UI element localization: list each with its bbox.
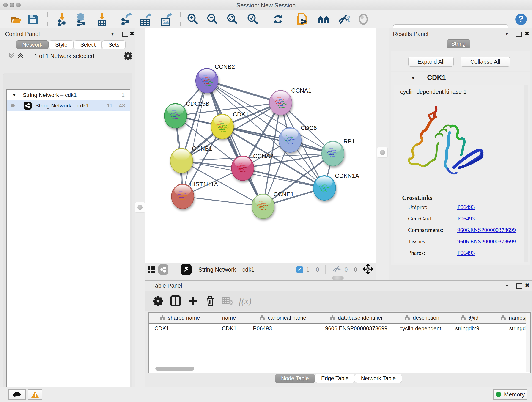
column-header--id[interactable]: @id xyxy=(450,313,489,323)
node-CCNE1[interactable]: CCNE1 xyxy=(252,191,294,219)
memory-button[interactable]: Memory xyxy=(493,389,527,400)
export-network-icon[interactable] xyxy=(120,13,133,26)
expand-all-button[interactable]: Expand All xyxy=(408,57,454,67)
show-preview-icon[interactable] xyxy=(357,13,370,26)
control-panel-close-icon[interactable]: ✖ xyxy=(130,30,134,37)
home-icon[interactable] xyxy=(317,13,330,26)
import-network-file-icon[interactable] xyxy=(56,13,69,26)
crosslink-link[interactable]: 9606.ENSP00000378699 xyxy=(457,238,516,245)
export-image-icon[interactable] xyxy=(159,13,172,26)
network-options-gear-icon[interactable] xyxy=(124,51,133,61)
results-scrollbar[interactable] xyxy=(524,85,528,262)
open-session-icon[interactable] xyxy=(10,13,23,26)
zoom-selected-icon[interactable] xyxy=(246,13,259,26)
node-CCNA1[interactable]: CCNA1 xyxy=(269,87,311,115)
column-header-canonical-name[interactable]: canonical name xyxy=(247,313,318,323)
right-splitter-handle[interactable] xyxy=(377,147,388,158)
tab-node-table[interactable]: Node Table xyxy=(275,374,315,383)
node-CCNA2[interactable]: CCNA2 xyxy=(231,153,273,181)
cell-name[interactable]: CDK1 xyxy=(211,325,247,332)
export-table-icon[interactable] xyxy=(139,13,152,26)
table-row[interactable]: CDK1CDK1P064939606.ENSP00000378699cyclin… xyxy=(149,324,530,333)
cell--id[interactable]: stringdb:9... xyxy=(450,325,489,332)
node-CDKN1A[interactable]: CDKN1A xyxy=(313,172,359,200)
node-RB1[interactable]: RB1 xyxy=(322,138,355,166)
delete-column-icon[interactable] xyxy=(202,294,219,308)
cell-namespace[interactable]: stringdb xyxy=(489,325,531,332)
zoom-fit-icon[interactable] xyxy=(226,13,239,26)
open-session-file-icon[interactable] xyxy=(297,13,309,26)
left-splitter[interactable] xyxy=(135,28,145,387)
collapse-all-networks-icon[interactable] xyxy=(8,52,15,60)
table-panel-collapse-icon[interactable]: ▾ xyxy=(506,283,508,288)
cell-description[interactable]: cyclin-dependent ... xyxy=(394,325,450,332)
collapse-all-button[interactable]: Collapse All xyxy=(461,57,510,67)
results-panel-close-icon[interactable]: ✖ xyxy=(525,30,529,37)
network-tree-child-row[interactable]: String Network – cdk1 11 48 xyxy=(7,100,130,111)
column-header-namespace[interactable]: namespace xyxy=(489,313,531,323)
crosslink-link[interactable]: 9606.ENSP00000378699 xyxy=(457,227,516,233)
tab-edge-table[interactable]: Edge Table xyxy=(315,374,355,383)
section-collapse-icon[interactable]: ▼ xyxy=(411,75,416,81)
zoom-in-icon[interactable] xyxy=(186,13,199,26)
table-panel-close-icon[interactable]: ✖ xyxy=(525,282,530,288)
cloud-button[interactable] xyxy=(8,389,26,400)
import-network-database-icon[interactable] xyxy=(75,13,88,26)
results-panel-float-icon[interactable] xyxy=(516,32,522,37)
right-splitter[interactable] xyxy=(376,28,389,280)
import-table-file-icon[interactable] xyxy=(96,13,109,26)
add-column-icon[interactable] xyxy=(184,294,202,308)
table-panel-float-icon[interactable] xyxy=(516,283,522,289)
node-CCNB2[interactable]: CCNB2 xyxy=(196,63,235,93)
network-tree-root-row[interactable]: ▼ String Network – cdk1 1 xyxy=(7,90,130,100)
network-share-view-icon[interactable] xyxy=(158,264,168,274)
refresh-icon[interactable] xyxy=(272,13,285,26)
table-vertical-scrollbar[interactable] xyxy=(526,313,530,372)
tab-string[interactable]: String xyxy=(447,39,470,48)
table-horizontal-scrollbar[interactable] xyxy=(155,367,194,370)
fit-content-crosshair-icon[interactable] xyxy=(363,264,373,275)
delete-table-icon[interactable] xyxy=(219,294,236,308)
save-session-icon[interactable] xyxy=(27,13,39,26)
edge-CCNB2-HIST1H1A[interactable] xyxy=(183,81,207,196)
control-panel-float-icon[interactable] xyxy=(122,32,128,37)
node-CCNB1[interactable]: CCNB1 xyxy=(170,145,212,173)
crosslink-link[interactable]: P06493 xyxy=(457,216,475,222)
horizontal-splitter-handle[interactable] xyxy=(332,276,344,280)
column-header-shared-name[interactable]: shared name xyxy=(149,313,211,323)
cell-canonical-name[interactable]: P06493 xyxy=(247,325,318,332)
hidden-eye-icon[interactable] xyxy=(332,265,341,274)
control-panel-collapse-icon[interactable]: ▾ xyxy=(111,31,114,37)
left-splitter-handle[interactable] xyxy=(135,202,145,213)
column-header-name[interactable]: name xyxy=(211,313,247,323)
expand-all-networks-icon[interactable] xyxy=(17,52,24,60)
node-table[interactable]: shared namenamecanonical namedatabase id… xyxy=(148,312,531,373)
selected-nodes-checkbox[interactable]: ✓ xyxy=(296,266,303,273)
hide-selected-icon[interactable] xyxy=(337,13,350,26)
crosslink-link[interactable]: P06493 xyxy=(457,204,475,211)
cell-shared-name[interactable]: CDK1 xyxy=(149,325,211,332)
table-settings-gear-icon[interactable] xyxy=(149,294,167,308)
control-tab-select[interactable]: Select xyxy=(74,40,102,49)
column-header-description[interactable]: description xyxy=(394,313,450,323)
results-panel-collapse-icon[interactable]: ▾ xyxy=(506,31,508,37)
grid-view-icon[interactable] xyxy=(145,263,158,276)
cell-database-identifier[interactable]: 9606.ENSP00000378699 xyxy=(318,325,394,332)
node-HIST1H1A[interactable]: HIST1H1A xyxy=(171,181,218,209)
network-canvas[interactable]: CCNB2CCNA1CDC25BCDK1CDC6RB1CCNB1CCNA2CDK… xyxy=(145,28,376,263)
crosslink-link[interactable]: P06493 xyxy=(457,250,475,256)
show-columns-icon[interactable] xyxy=(167,294,184,308)
tab-network-table[interactable]: Network Table xyxy=(355,374,402,383)
tree-expand-icon[interactable]: ▼ xyxy=(12,93,17,98)
function-builder-icon[interactable]: f(x) xyxy=(236,294,254,308)
zoom-out-icon[interactable] xyxy=(206,13,219,26)
control-tab-network[interactable]: Network xyxy=(16,40,49,49)
column-header-database-identifier[interactable]: database identifier xyxy=(318,313,394,323)
control-tab-sets[interactable]: Sets xyxy=(102,40,126,49)
protein-structure-image[interactable] xyxy=(401,99,493,187)
help-icon[interactable]: ? xyxy=(515,13,527,26)
birds-eye-view-icon[interactable] xyxy=(181,264,191,275)
control-tab-style[interactable]: Style xyxy=(49,40,74,49)
warnings-button[interactable] xyxy=(28,389,42,400)
edge-HIST1H1A-CCNE1[interactable] xyxy=(183,196,263,206)
